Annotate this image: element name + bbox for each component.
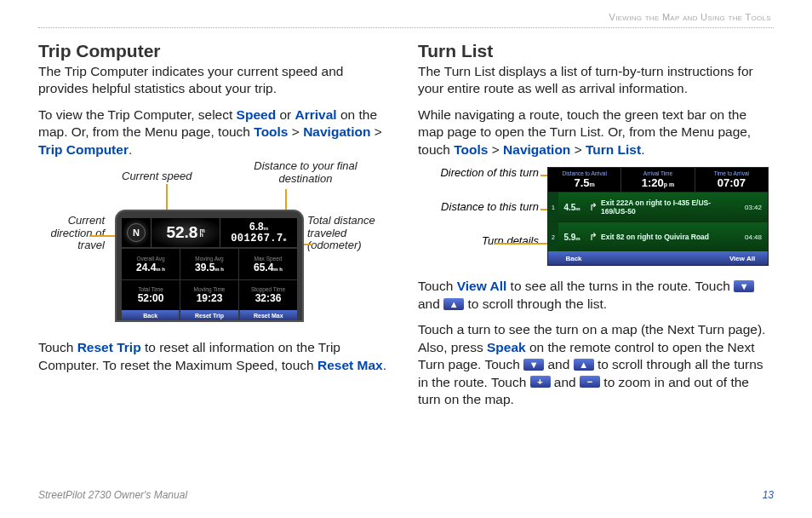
- text: Touch: [38, 340, 77, 354]
- turn-row[interactable]: 2 5.9m ↱ Exit 82 on right to Quivira Roa…: [548, 222, 768, 251]
- label-turn-details: Turn details: [482, 235, 539, 247]
- text: >: [289, 124, 304, 139]
- page-number: 13: [763, 489, 774, 501]
- stat-label: Overall Avg: [136, 256, 164, 262]
- label-current-speed: Current speed: [122, 170, 192, 182]
- trip-computer-nav: To view the Trip Computer, select Speed …: [38, 106, 394, 158]
- odometer-value: 001267.7m: [231, 233, 287, 245]
- reset-trip-button[interactable]: Reset Trip: [180, 310, 237, 320]
- time-arrival-cell: Time to Arrival07:07: [695, 168, 768, 192]
- trip-computer-link: Trip Computer: [38, 142, 129, 157]
- turn-list-screen: Distance to Arrival7.5m Arrival Time1:20…: [547, 167, 769, 266]
- dist-arrival-cell: Distance to Arrival7.5m: [548, 168, 621, 192]
- back-button[interactable]: Back: [548, 251, 599, 265]
- stat-label: Moving Time: [194, 286, 226, 292]
- turn-right-icon: ↱: [586, 231, 601, 243]
- zoom-out-icon: −: [580, 376, 600, 388]
- footer-title: StreetPilot 2730 Owner's Manual: [38, 489, 187, 501]
- view-all-link: View All: [457, 279, 507, 293]
- row-number: 1: [548, 193, 558, 222]
- zoom-in-icon: +: [530, 376, 551, 388]
- speed-value: 52.8mh: [151, 218, 220, 247]
- label-odometer: Total distance traveled (odometer): [307, 215, 379, 251]
- row-number: 2: [548, 222, 558, 251]
- label-direction: Current direction of travel: [38, 215, 105, 251]
- turn-list-figure: Direction of this turn Distance to this …: [418, 167, 774, 269]
- arrival-link: Arrival: [295, 107, 337, 122]
- row-dist: 5.9m: [558, 233, 586, 242]
- reset-max-link: Reset Max: [317, 358, 383, 372]
- text: and: [551, 375, 580, 389]
- text: >: [370, 124, 381, 139]
- compass-indicator: N: [122, 218, 151, 247]
- text: and: [418, 296, 443, 311]
- row-text: Exit 82 on right to Quivira Road: [601, 233, 739, 241]
- back-button[interactable]: Back: [122, 310, 179, 320]
- view-all-button[interactable]: View All: [717, 251, 768, 265]
- text: .: [383, 358, 386, 372]
- text: Touch: [418, 279, 457, 293]
- dist-to-dest: 6.8m: [249, 221, 268, 233]
- stat-val: 32:36: [255, 292, 282, 304]
- row-dist: 4.5m: [558, 203, 586, 212]
- spacer: [599, 251, 717, 265]
- arrow-down-icon: ▼: [734, 280, 754, 292]
- text: >: [570, 142, 586, 157]
- stat-val: 39.5m h: [195, 262, 224, 273]
- text: .: [641, 142, 644, 157]
- header-rule: [38, 27, 774, 28]
- stat-val: 19:23: [197, 292, 223, 304]
- label-distance-turn: Distance to this turn: [441, 201, 539, 213]
- row-time: 03:42: [739, 204, 768, 211]
- text: To view the Trip Computer, select: [38, 107, 237, 122]
- text: or: [276, 107, 294, 122]
- row-time: 04:48: [739, 233, 768, 241]
- trip-computer-figure: Current speed Distance to your final des…: [38, 167, 379, 331]
- navigation-link: Navigation: [503, 142, 570, 157]
- arrow-down-icon: ▼: [523, 359, 544, 371]
- trip-computer-reset: Touch Reset Trip to reset all informatio…: [38, 339, 394, 374]
- speed-link: Speed: [237, 107, 277, 122]
- turn-right-icon: ↱: [586, 201, 601, 213]
- arrow-up-icon: ▲: [574, 359, 594, 371]
- label-direction-turn: Direction of this turn: [440, 167, 539, 179]
- left-column: Trip Computer The Trip Computer indicate…: [38, 41, 394, 417]
- text: to scroll through the list.: [464, 296, 607, 311]
- trip-computer-heading: Trip Computer: [38, 41, 394, 61]
- text: and: [544, 357, 573, 371]
- reset-trip-link: Reset Trip: [77, 340, 141, 354]
- turn-list-heading: Turn List: [418, 41, 774, 61]
- text: .: [129, 142, 132, 157]
- turn-list-link: Turn List: [586, 142, 641, 157]
- row-text: Exit 222A on right to I-435 E/US-169/US-…: [601, 199, 739, 216]
- turn-list-viewall: Touch View All to see all the turns in t…: [418, 278, 774, 313]
- turn-list-nextturn: Touch a turn to see the turn on a map (t…: [418, 321, 774, 408]
- arrival-time-cell: Arrival Time1:20p m: [621, 168, 695, 192]
- tools-link: Tools: [454, 142, 488, 157]
- reset-max-button[interactable]: Reset Max: [240, 310, 297, 320]
- trip-computer-screen: N 52.8mh 6.8m 001267.7m Overall Avg24.4m…: [115, 210, 304, 322]
- stat-label: Stopped Time: [251, 286, 285, 292]
- distance-block: 6.8m 001267.7m: [220, 218, 297, 247]
- stat-val: 52:00: [138, 292, 164, 304]
- stat-val: 65.4m h: [254, 262, 283, 273]
- arrow-up-icon: ▲: [443, 298, 464, 310]
- label-dist-final: Distance to your final destination: [237, 160, 374, 185]
- right-column: Turn List The Turn List displays a list …: [418, 41, 774, 417]
- stat-label: Max Speed: [254, 256, 283, 262]
- page-header: Viewing the Map and Using the Tools: [609, 12, 772, 22]
- text: >: [488, 142, 503, 157]
- text: to see all the turns in the route. Touch: [506, 279, 734, 293]
- page-footer: StreetPilot 2730 Owner's Manual 13: [38, 489, 774, 501]
- turn-list-nav: While navigating a route, touch the gree…: [418, 106, 774, 158]
- navigation-link: Navigation: [303, 124, 370, 139]
- tools-link: Tools: [254, 124, 288, 139]
- trip-computer-intro: The Trip Computer indicates your current…: [38, 63, 394, 98]
- stat-label: Total Time: [138, 286, 163, 292]
- stat-label: Moving Avg: [195, 256, 223, 262]
- turn-row[interactable]: 1 4.5m ↱ Exit 222A on right to I-435 E/U…: [548, 192, 768, 222]
- turn-list-intro: The Turn List displays a list of turn-by…: [418, 63, 774, 98]
- stat-val: 24.4m h: [136, 262, 165, 273]
- speak-link: Speak: [487, 340, 526, 354]
